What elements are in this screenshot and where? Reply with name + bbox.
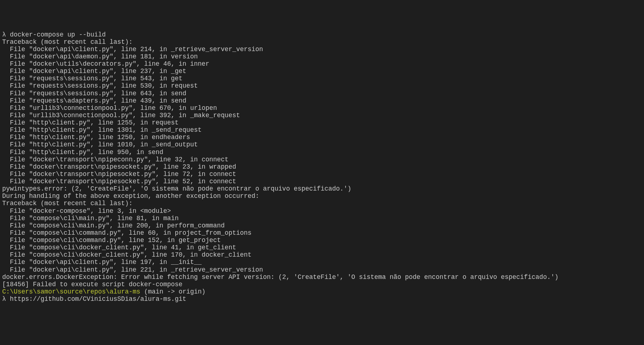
- prompt-lambda: λ: [2, 295, 10, 303]
- command-text: https://github.com/CViniciusSDias/alura-…: [10, 295, 186, 303]
- traceback-line: File "urllib3\connectionpool.py", line 3…: [2, 112, 642, 119]
- traceback-line: File "http\client.py", line 1010, in _se…: [2, 141, 642, 148]
- traceback-line: File "compose\cli\main.py", line 81, in …: [2, 215, 642, 222]
- terminal-output[interactable]: λ docker-compose up --buildTraceback (mo…: [2, 31, 642, 303]
- traceback-line: File "docker\api\client.py", line 197, i…: [2, 258, 642, 266]
- traceback-line: File "docker\api\client.py", line 221, i…: [2, 266, 642, 273]
- traceback-line: File "urllib3\connectionpool.py", line 6…: [2, 104, 642, 112]
- error-line: pywintypes.error: (2, 'CreateFile', 'O s…: [2, 185, 642, 192]
- command-line: λ https://github.com/CViniciusSDias/alur…: [2, 295, 642, 303]
- traceback-line: File "http\client.py", line 1255, in req…: [2, 119, 642, 126]
- git-branch: (main -> origin): [140, 288, 206, 295]
- traceback-line: File "compose\cli\command.py", line 60, …: [2, 229, 642, 237]
- traceback-line: File "docker\transport\npipesocket.py", …: [2, 170, 642, 178]
- cwd-path: C:\Users\samor\source\repos\alura-ms: [2, 288, 140, 295]
- traceback-line: File "compose\cli\command.py", line 152,…: [2, 237, 642, 244]
- traceback-line: File "requests\sessions.py", line 530, i…: [2, 82, 642, 89]
- error-line: docker.errors.DockerException: Error whi…: [2, 273, 642, 281]
- traceback-line: File "docker\api\client.py", line 237, i…: [2, 68, 642, 75]
- traceback-line: File "docker\api\client.py", line 214, i…: [2, 46, 642, 53]
- traceback-line: File "docker\transport\npipesocket.py", …: [2, 178, 642, 185]
- traceback-line: File "docker\api\daemon.py", line 181, i…: [2, 53, 642, 60]
- traceback-line: File "http\client.py", line 950, in send: [2, 149, 642, 156]
- command-line: λ docker-compose up --build: [2, 31, 642, 38]
- traceback-line: File "docker\utils\decorators.py", line …: [2, 60, 642, 68]
- command-text: docker-compose up --build: [10, 31, 106, 38]
- traceback-line: File "requests\sessions.py", line 543, i…: [2, 75, 642, 82]
- traceback-line: File "requests\sessions.py", line 643, i…: [2, 90, 642, 97]
- traceback-line: File "compose\cli\main.py", line 200, in…: [2, 222, 642, 229]
- traceback-line: File "http\client.py", line 1301, in _se…: [2, 126, 642, 134]
- traceback-line: File "compose\cli\docker_client.py", lin…: [2, 251, 642, 258]
- traceback-line: File "compose\cli\docker_client.py", lin…: [2, 244, 642, 251]
- traceback-line: File "http\client.py", line 1250, in end…: [2, 134, 642, 141]
- traceback-line: Traceback (most recent call last):: [2, 200, 642, 207]
- traceback-line: File "docker-compose", line 3, in <modul…: [2, 207, 642, 215]
- traceback-line: File "docker\transport\npipeconn.py", li…: [2, 156, 642, 163]
- traceback-line: Traceback (most recent call last):: [2, 38, 642, 46]
- error-line: [18456] Failed to execute script docker-…: [2, 281, 642, 288]
- traceback-line: File "docker\transport\npipesocket.py", …: [2, 163, 642, 170]
- cwd-line: C:\Users\samor\source\repos\alura-ms (ma…: [2, 288, 642, 295]
- exception-header: During handling of the above exception, …: [2, 192, 642, 200]
- traceback-line: File "requests\adapters.py", line 439, i…: [2, 97, 642, 104]
- prompt-lambda: λ: [2, 31, 10, 38]
